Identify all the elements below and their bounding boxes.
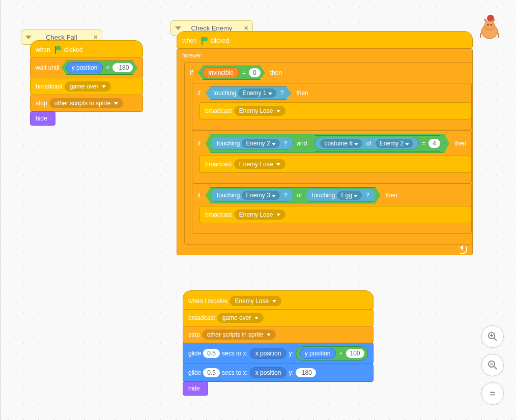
svg-point-3: [488, 24, 489, 26]
label: broadcast: [205, 161, 232, 168]
equals-operator[interactable]: Invincible = 0: [198, 66, 265, 80]
sprite-dropdown[interactable]: Enemy 1: [238, 88, 276, 98]
property-dropdown[interactable]: costume #: [320, 139, 362, 148]
number-input[interactable]: -180: [296, 368, 316, 377]
label: when: [182, 37, 197, 44]
chevron-down-icon: [276, 214, 280, 216]
less-than-operator[interactable]: y position < -180: [62, 61, 138, 75]
if-block-enemy3[interactable]: if touching Enemy 3 ? o: [192, 184, 472, 234]
broadcast-dropdown[interactable]: game over: [65, 81, 111, 92]
comment-fold-icon[interactable]: [25, 36, 32, 39]
label: then: [270, 69, 282, 76]
hide-block[interactable]: hide: [183, 381, 208, 396]
sprite-dropdown[interactable]: Egg: [337, 191, 361, 200]
touching-predicate[interactable]: touching Enemy 3 ?: [210, 189, 294, 202]
label: stop: [188, 331, 200, 338]
when-flag-clicked-block[interactable]: when clicked: [177, 31, 473, 48]
y-position-reporter[interactable]: y position: [66, 62, 103, 73]
glide-block[interactable]: glide 0.5 secs to x: x position y: -180: [183, 364, 374, 382]
chevron-down-icon: [276, 163, 280, 166]
stack-enemy-lose[interactable]: when I receive Enemy Lose broadcast game…: [183, 291, 374, 396]
label: if: [190, 69, 193, 76]
broadcast-dropdown[interactable]: Enemy Lose: [234, 209, 286, 220]
zoom-reset-button[interactable]: =: [481, 382, 504, 405]
chevron-down-icon: [102, 85, 106, 88]
cat-sprite-icon: [475, 14, 504, 43]
broadcast-dropdown[interactable]: Enemy Lose: [234, 106, 286, 116]
label: if: [197, 192, 200, 199]
when-i-receive-block[interactable]: when I receive Enemy Lose: [183, 290, 374, 310]
and-operator[interactable]: touching Enemy 2 ? and: [206, 134, 449, 153]
stop-dropdown[interactable]: other scripts in sprite: [49, 98, 124, 108]
broadcast-block[interactable]: broadcast Enemy Lose: [199, 102, 471, 119]
label: forever: [182, 52, 201, 59]
chevron-down-icon: [276, 110, 280, 112]
equals-operator[interactable]: costume # of Enemy 2 = 4: [310, 135, 444, 152]
number-input[interactable]: 100: [346, 349, 364, 358]
zoom-controls: =: [481, 325, 504, 405]
comment-fold-icon[interactable]: [175, 26, 181, 30]
stop-block[interactable]: stop other scripts in sprite: [183, 326, 374, 343]
if-block-enemy2[interactable]: if touching Enemy 2 ? a: [192, 130, 472, 184]
broadcast-dropdown[interactable]: game over: [217, 313, 264, 323]
plus-operator[interactable]: y position + 100: [296, 346, 368, 361]
stop-dropdown[interactable]: other scripts in sprite: [202, 329, 276, 340]
if-block-enemy1[interactable]: if touching Enemy 1 ? then: [192, 83, 472, 130]
sprite-dropdown[interactable]: Enemy 2: [376, 139, 413, 148]
touching-predicate[interactable]: touching Enemy 1 ?: [206, 86, 291, 100]
label: then: [296, 89, 308, 97]
label: clicked: [211, 37, 230, 44]
stop-block[interactable]: stop other scripts in sprite: [30, 95, 143, 112]
variable-reporter[interactable]: Invincible: [203, 67, 239, 78]
label: y:: [289, 369, 293, 376]
touching-predicate[interactable]: touching Egg ?: [305, 189, 376, 202]
y-position-reporter[interactable]: y position: [299, 348, 336, 359]
chevron-down-icon: [114, 102, 118, 105]
touching-predicate[interactable]: touching Enemy 2 ?: [210, 137, 294, 150]
label: if: [197, 140, 200, 147]
broadcast-block[interactable]: broadcast game over: [30, 78, 143, 95]
zoom-in-button[interactable]: [481, 325, 504, 348]
forever-block[interactable]: forever if Invincible = 0 then: [177, 48, 473, 255]
label: then: [386, 192, 397, 199]
label: wait until: [36, 64, 60, 71]
stack-check-fall[interactable]: when clicked wait until y position < -18…: [30, 41, 143, 126]
number-input[interactable]: 0.5: [203, 368, 220, 377]
number-input[interactable]: -180: [112, 63, 133, 72]
broadcast-block[interactable]: broadcast game over: [183, 309, 374, 326]
number-input[interactable]: 0: [249, 68, 261, 77]
x-position-reporter[interactable]: x position: [250, 348, 287, 359]
label: hide: [188, 385, 200, 392]
glide-block[interactable]: glide 0.5 secs to x: x position y: y pos…: [183, 343, 374, 364]
svg-point-4: [491, 24, 492, 26]
sprite-dropdown[interactable]: Enemy 3: [242, 191, 279, 200]
if-block-invincible[interactable]: if Invincible = 0 then: [184, 62, 472, 245]
svg-line-10: [494, 367, 497, 369]
when-flag-clicked-block[interactable]: when clicked: [30, 40, 143, 57]
x-position-reporter[interactable]: x position: [250, 367, 287, 378]
label: glide: [188, 369, 201, 376]
label: y:: [289, 350, 293, 357]
label: broadcast: [205, 211, 232, 218]
or-operator[interactable]: touching Enemy 3 ? or touching: [206, 187, 381, 203]
wait-until-block[interactable]: wait until y position < -180: [30, 57, 143, 78]
broadcast-block[interactable]: broadcast Enemy Lose: [199, 156, 471, 173]
number-input[interactable]: 0.5: [203, 349, 220, 358]
stack-check-enemy[interactable]: when clicked forever if Invincible =: [177, 32, 473, 255]
zoom-out-button[interactable]: [481, 354, 504, 376]
sprite-dropdown[interactable]: Enemy 2: [242, 139, 279, 148]
hide-block[interactable]: hide: [30, 111, 55, 126]
scripts-workspace[interactable]: Check Fall × Check Enemy × when clicked …: [0, 0, 516, 420]
message-dropdown[interactable]: Enemy Lose: [230, 296, 281, 306]
broadcast-dropdown[interactable]: Enemy Lose: [234, 159, 286, 169]
chevron-down-icon: [272, 195, 276, 197]
number-input[interactable]: 4: [428, 139, 440, 148]
of-reporter[interactable]: costume # of Enemy 2: [314, 137, 419, 150]
zoom-out-icon: [488, 360, 498, 370]
label: secs to x:: [222, 350, 248, 357]
broadcast-block[interactable]: broadcast Enemy Lose: [199, 206, 471, 223]
label: stop: [36, 100, 47, 107]
chevron-down-icon: [254, 317, 259, 319]
label: broadcast: [188, 314, 215, 321]
label: glide: [188, 350, 201, 357]
